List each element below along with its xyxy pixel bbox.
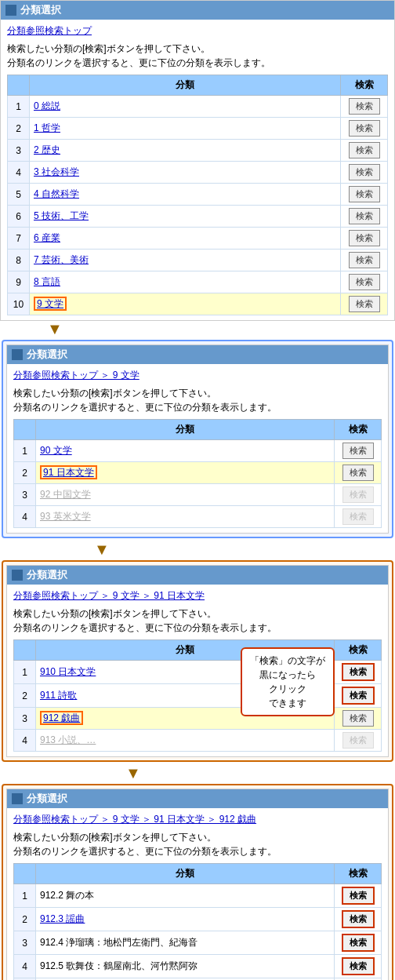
search-btn-3[interactable]: 検索 bbox=[349, 142, 380, 158]
arrow-3: ▼ bbox=[0, 765, 395, 781]
cat-link-4[interactable]: 93 英米文学 bbox=[40, 511, 91, 522]
search-btn-10[interactable]: 検索 bbox=[349, 296, 380, 312]
row-num-1: 1 bbox=[8, 96, 30, 118]
row-num-4: 4 bbox=[14, 730, 36, 752]
cat-name-cell-3: 92 中国文学 bbox=[36, 484, 335, 506]
title-bar-icon-4 bbox=[12, 793, 23, 804]
search-btn-4[interactable]: 検索 bbox=[342, 508, 374, 525]
panel-body-4: 分類参照検索トップ ＞ 9 文学 ＞ 91 日本文学 ＞ 912 戯曲 検索した… bbox=[7, 808, 388, 980]
breadcrumb-4[interactable]: 分類参照検索トップ ＞ 9 文学 ＞ 91 日本文学 ＞ 912 戯曲 bbox=[13, 813, 382, 826]
breadcrumb-link-2[interactable]: 分類参照検索トップ ＞ 9 文学 bbox=[13, 370, 140, 381]
cat-link-5[interactable]: 4 自然科学 bbox=[34, 188, 79, 199]
search-cell-3: 検索 bbox=[335, 931, 382, 955]
search-btn-2[interactable]: 検索 bbox=[342, 910, 375, 928]
cat-link-2[interactable]: 1 哲学 bbox=[34, 122, 60, 133]
description-4: 検索したい分類の[検索]ボタンを押して下さい。 分類名のリンクを選択すると、更に… bbox=[13, 830, 382, 858]
cat-link-1[interactable]: 0 総説 bbox=[34, 100, 60, 111]
cat-name-cell-1: 90 文学 bbox=[36, 440, 335, 462]
cat-name-cell-2: 1 哲学 bbox=[30, 118, 341, 140]
search-btn-7[interactable]: 検索 bbox=[349, 230, 380, 246]
section-4: 分類選択 分類参照検索トップ ＞ 9 文学 ＞ 91 日本文学 ＞ 912 戯曲… bbox=[2, 784, 393, 980]
cat-link-4[interactable]: 3 社会科学 bbox=[34, 166, 79, 177]
search-btn-1[interactable]: 検索 bbox=[342, 887, 375, 905]
row-num-1: 1 bbox=[14, 884, 36, 908]
cat-link-9[interactable]: 8 言語 bbox=[34, 276, 60, 287]
cat-link-3[interactable]: 2 歴史 bbox=[34, 144, 60, 155]
row-num-4: 4 bbox=[14, 506, 36, 528]
search-btn-1[interactable]: 検索 bbox=[349, 98, 380, 115]
search-cell-4: 検索 bbox=[335, 506, 382, 528]
col-cat-header-1: 分類 bbox=[30, 75, 341, 96]
search-btn-3[interactable]: 検索 bbox=[342, 486, 374, 503]
row-num-4: 4 bbox=[8, 162, 30, 184]
search-btn-4[interactable]: 検索 bbox=[342, 957, 375, 975]
search-btn-3[interactable]: 検索 bbox=[342, 710, 374, 727]
breadcrumb-link-1[interactable]: 分類参照検索トップ bbox=[7, 25, 92, 36]
cat-link-3[interactable]: 92 中国文学 bbox=[40, 489, 91, 500]
search-cell-4: 検索 bbox=[335, 955, 382, 978]
search-btn-2[interactable]: 検索 bbox=[349, 120, 380, 137]
row-num-1: 1 bbox=[14, 661, 36, 684]
col-num-header-1 bbox=[8, 75, 30, 96]
search-btn-9[interactable]: 検索 bbox=[349, 274, 380, 290]
row-num-3: 3 bbox=[14, 708, 36, 730]
table-4: 分類 検索 1912.2 舞の本検索2912.3 謡曲検索3912.4 浄瑠璃：… bbox=[13, 863, 382, 980]
col-search-header-2: 検索 bbox=[335, 420, 382, 440]
breadcrumb-link-4[interactable]: 分類参照検索トップ ＞ 9 文学 ＞ 91 日本文学 ＞ 912 戯曲 bbox=[13, 814, 256, 825]
col-num-header-3 bbox=[14, 640, 36, 661]
breadcrumb-2[interactable]: 分類参照検索トップ ＞ 9 文学 bbox=[13, 369, 382, 382]
panel-title-text-1: 分類選択 bbox=[20, 3, 61, 17]
arrow-1: ▼ bbox=[0, 321, 395, 337]
cat-link-6[interactable]: 5 技術、工学 bbox=[34, 210, 89, 221]
search-btn-2[interactable]: 検索 bbox=[342, 687, 375, 705]
row-num-3: 3 bbox=[14, 931, 36, 955]
search-btn-4[interactable]: 検索 bbox=[349, 164, 380, 180]
cat-name-cell-2: 91 日本文学 bbox=[36, 462, 335, 484]
search-cell-3: 検索 bbox=[341, 140, 388, 162]
search-btn-2[interactable]: 検索 bbox=[342, 464, 374, 481]
search-btn-6[interactable]: 検索 bbox=[349, 208, 380, 224]
panel-1: 分類選択 分類参照検索トップ 検索したい分類の[検索]ボタンを押して下さい。 分… bbox=[0, 0, 395, 321]
row-num-2: 2 bbox=[14, 684, 36, 708]
cat-link-8[interactable]: 7 芸術、美術 bbox=[34, 254, 89, 265]
cat-link-2[interactable]: 912.3 謡曲 bbox=[40, 913, 85, 924]
cat-link-7[interactable]: 6 産業 bbox=[34, 232, 60, 243]
cat-name-cell-4: 93 英米文学 bbox=[36, 506, 335, 528]
description-3: 検索したい分類の[検索]ボタンを押して下さい。 分類名のリンクを選択すると、更に… bbox=[13, 607, 382, 635]
cat-link-1[interactable]: 910 日本文学 bbox=[40, 666, 96, 677]
search-cell-7: 検索 bbox=[341, 228, 388, 250]
section-1: 分類選択 分類参照検索トップ 検索したい分類の[検索]ボタンを押して下さい。 分… bbox=[0, 0, 395, 321]
row-num-2: 2 bbox=[14, 462, 36, 484]
search-cell-1: 検索 bbox=[341, 96, 388, 118]
cat-link-2[interactable]: 911 詩歌 bbox=[40, 690, 77, 701]
tooltip-box: 「検索」の文字が黒になったらクリックできます bbox=[241, 647, 335, 716]
search-cell-2: 検索 bbox=[335, 908, 382, 931]
search-btn-5[interactable]: 検索 bbox=[349, 186, 380, 202]
search-cell-6: 検索 bbox=[341, 206, 388, 228]
search-btn-8[interactable]: 検索 bbox=[349, 252, 380, 268]
cat-name-cell-5: 4 自然科学 bbox=[30, 184, 341, 206]
cat-link-4[interactable]: 913 小説、… bbox=[40, 734, 96, 745]
cat-name-cell-6: 5 技術、工学 bbox=[30, 206, 341, 228]
panel-title-text-3: 分類選択 bbox=[27, 568, 67, 582]
search-btn-3[interactable]: 検索 bbox=[342, 934, 375, 952]
table-2: 分類 検索 190 文学検索291 日本文学検索392 中国文学検索493 英米… bbox=[13, 419, 382, 528]
cat-link-2[interactable]: 91 日本文学 bbox=[40, 465, 97, 479]
col-search-header-3: 検索 bbox=[335, 640, 382, 661]
search-btn-4[interactable]: 検索 bbox=[342, 732, 374, 749]
breadcrumb-1[interactable]: 分類参照検索トップ bbox=[7, 24, 388, 38]
search-cell-4: 検索 bbox=[335, 730, 382, 752]
col-search-header-4: 検索 bbox=[335, 864, 382, 884]
cat-link-10[interactable]: 9 文学 bbox=[34, 297, 67, 311]
breadcrumb-3[interactable]: 分類参照検索トップ ＞ 9 文学 ＞ 91 日本文学 bbox=[13, 589, 382, 603]
panel-title-3: 分類選択 bbox=[7, 566, 388, 585]
cat-link-1[interactable]: 90 文学 bbox=[40, 445, 72, 456]
breadcrumb-link-3[interactable]: 分類参照検索トップ ＞ 9 文学 ＞ 91 日本文学 bbox=[13, 590, 205, 601]
cat-link-3[interactable]: 912 戯曲 bbox=[40, 711, 83, 725]
section-2: 分類選択 分類参照検索トップ ＞ 9 文学 検索したい分類の[検索]ボタンを押し… bbox=[2, 340, 393, 538]
cat-name-cell-1: 912.2 舞の本 bbox=[36, 884, 335, 908]
row-num-5: 5 bbox=[8, 184, 30, 206]
search-btn-1[interactable]: 検索 bbox=[342, 663, 375, 681]
search-btn-1[interactable]: 検索 bbox=[342, 443, 374, 459]
cat-name-cell-4: 3 社会科学 bbox=[30, 162, 341, 184]
